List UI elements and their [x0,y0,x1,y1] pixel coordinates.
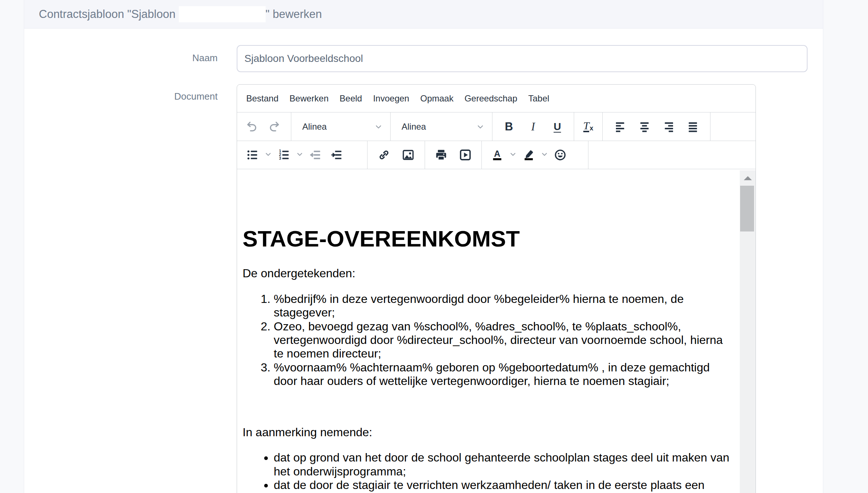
redo-icon [267,120,280,133]
page-title-suffix: " bewerken [266,8,322,21]
editor-content-area: STAGE-OVEREENKOMST De ondergetekenden: %… [237,170,756,493]
list-indent-group: 123 [237,141,367,169]
emoji-button[interactable] [550,144,570,166]
align-left-icon [614,120,627,133]
chevron-down-icon [509,150,517,160]
list-item: dat op grond van het door de school geha… [274,451,731,478]
chevron-down-icon [296,150,304,160]
image-icon [402,148,415,162]
menu-beeld[interactable]: Beeld [335,93,366,104]
media-icon [459,148,472,162]
italic-button[interactable]: I [521,116,545,138]
list-item: %bedrijf% in deze vertegenwoordigd door … [274,292,731,320]
align-left-button[interactable] [609,116,632,138]
output-group [425,141,482,169]
redacted-template-name [179,6,266,22]
page-title-prefix: Contractsjabloon "Sjabloon [39,8,179,21]
block-format-value-1: Alinea [302,122,327,132]
considerations-bullet-list: dat op grond van het door de school geha… [243,451,731,493]
align-right-button[interactable] [657,116,680,138]
numbered-list-icon: 123 [277,148,291,162]
block-format-value-2: Alinea [402,122,426,132]
undo-icon [246,120,259,133]
text-color-button[interactable]: A [487,144,507,166]
menu-gereedschap[interactable]: Gereedschap [460,93,522,104]
text-color-chevron[interactable] [508,144,518,166]
emoji-icon [554,148,567,162]
print-button[interactable] [429,144,453,166]
justify-icon [686,120,699,133]
align-right-icon [662,120,675,133]
menu-invoegen[interactable]: Invoegen [369,93,414,104]
menu-opmaak[interactable]: Opmaak [416,93,458,104]
bullet-list-button[interactable] [242,144,263,166]
naam-input[interactable] [237,45,808,72]
highlight-color-button[interactable] [518,144,539,166]
chevron-down-icon [264,150,272,160]
history-group [237,112,291,141]
text-color-icon: A [491,148,504,162]
block-format-select-2[interactable]: Alinea [391,115,492,138]
insert-group [367,141,425,169]
empty-paragraph [243,188,731,201]
redo-button[interactable] [263,116,284,138]
bullet-list-icon [246,148,259,162]
edit-template-panel: Contractsjabloon "Sjabloon " bewerken Na… [24,0,823,493]
bold-icon: B [505,120,513,133]
outdent-button[interactable] [305,144,326,166]
bold-button[interactable]: B [497,116,521,138]
list-item: Ozeo, bevoegd gezag van %school%, %adres… [274,320,731,361]
indent-button[interactable] [326,144,347,166]
toolbar-row-1: Alinea Alinea B I U Tx [237,112,756,141]
scrollbar-thumb[interactable] [740,186,754,231]
clear-format-group: Tx [574,112,603,141]
list-item: %voornaam% %achternaam% geboren op %gebo… [274,361,731,388]
bullet-list-chevron[interactable] [263,144,273,166]
justify-button[interactable] [681,116,705,138]
svg-text:A: A [494,149,500,159]
chevron-down-icon [540,150,548,160]
media-button[interactable] [454,144,477,166]
highlight-color-chevron[interactable] [540,144,549,166]
rich-text-editor: Bestand Bewerken Beeld Invoegen Opmaak G… [237,84,756,493]
page-title: Contractsjabloon "Sjabloon " bewerken [39,6,322,22]
numbered-list-button[interactable]: 123 [274,144,294,166]
menu-tabel[interactable]: Tabel [524,93,554,104]
clear-formatting-icon: Tx [583,121,594,132]
underline-button[interactable]: U [546,116,569,138]
document-content[interactable]: STAGE-OVEREENKOMST De ondergetekenden: %… [237,170,740,493]
block-format-select-1[interactable]: Alinea [291,115,390,138]
considering-paragraph: In aanmerking nemende: [243,426,731,439]
outdent-icon [309,148,322,162]
parties-numbered-list: %bedrijf% in deze vertegenwoordigd door … [243,292,731,388]
empty-paragraph [243,400,731,414]
clear-formatting-button[interactable]: Tx [577,116,600,138]
svg-text:3: 3 [279,156,281,160]
align-center-icon [638,120,651,133]
format-select-group-1: Alinea [291,112,391,141]
italic-icon: I [531,120,535,133]
print-icon [435,148,448,162]
chevron-down-icon [374,122,383,131]
numbered-list-chevron[interactable] [295,144,304,166]
naam-label: Naam [126,52,218,64]
scrollbar-up-button[interactable] [740,170,756,186]
undo-button[interactable] [242,116,263,138]
image-button[interactable] [396,144,420,166]
text-style-group: B I U [492,112,574,141]
link-icon [377,148,391,162]
menu-bewerken[interactable]: Bewerken [285,93,333,104]
link-button[interactable] [372,144,396,166]
editor-scrollbar[interactable] [740,170,756,493]
format-select-group-2: Alinea [391,112,492,141]
underline-icon: U [554,121,561,133]
highlight-color-icon [522,148,535,162]
list-item: dat de door de stagiair te verrichten we… [274,478,731,493]
alignment-group [603,112,710,141]
menu-bestand[interactable]: Bestand [242,93,283,104]
chevron-down-icon [476,122,485,131]
document-heading: STAGE-OVEREENKOMST [243,226,731,252]
panel-header: Contractsjabloon "Sjabloon " bewerken [24,0,823,29]
align-center-button[interactable] [633,116,656,138]
color-emoji-group: A [482,141,588,169]
